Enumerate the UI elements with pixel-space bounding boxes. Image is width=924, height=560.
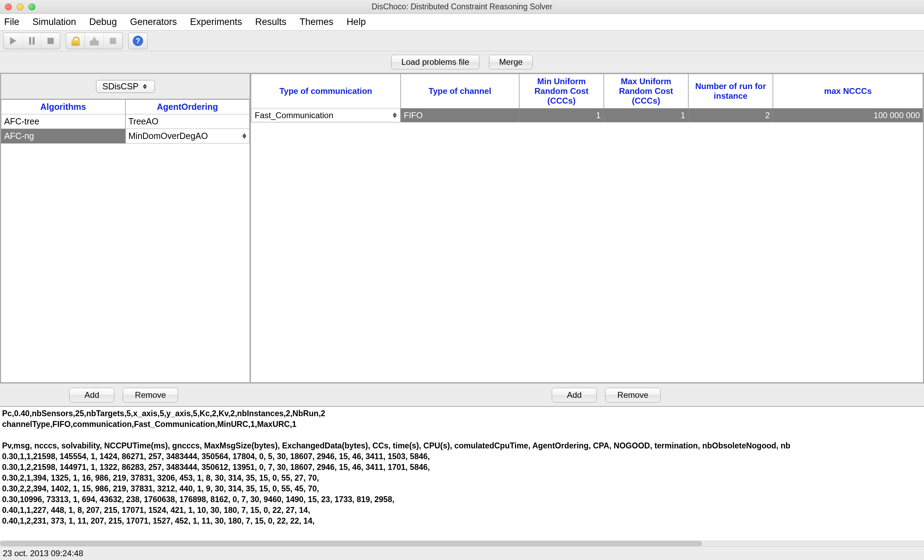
model-select-value: SDisCSP <box>103 81 139 91</box>
menu-help[interactable]: Help <box>346 16 366 27</box>
right-pane: Type of communication Type of channel Mi… <box>250 73 924 383</box>
cell-channel: FIFO <box>400 108 519 122</box>
main-split: SDisCSP Algorithms AgentOrdering AFC-tre… <box>0 73 924 383</box>
remove-right-button[interactable]: Remove <box>605 388 661 402</box>
col-header-minurc[interactable]: Min Uniform Random Cost (CCCs) <box>519 74 604 108</box>
cell-ordering-select[interactable]: MinDomOverDegAO <box>126 129 250 144</box>
model-select[interactable]: SDisCSP <box>96 80 155 93</box>
right-table-header: Type of communication Type of channel Mi… <box>251 74 923 108</box>
scrollbar-thumb[interactable] <box>0 541 702 546</box>
status-timestamp: 23 oct. 2013 09:24:48 <box>3 548 83 558</box>
stop2-button[interactable] <box>104 33 122 49</box>
cell-nrun: 2 <box>688 108 773 122</box>
log-output[interactable]: Pc,0.40,nbSensors,25,nbTargets,5,x_axis,… <box>0 406 924 541</box>
pause-icon <box>29 37 34 45</box>
col-header-algorithms[interactable]: Algorithms <box>1 99 126 114</box>
menu-generators[interactable]: Generators <box>130 16 177 27</box>
menubar: File Simulation Debug Generators Experim… <box>0 14 924 30</box>
play-button[interactable] <box>4 33 22 49</box>
model-select-row: SDisCSP <box>1 74 249 99</box>
col-header-maxncccs[interactable]: max NCCCs <box>773 74 923 108</box>
col-header-communication[interactable]: Type of communication <box>251 74 400 108</box>
ordering-select-value: MinDomOverDegAO <box>129 131 208 141</box>
cell-minurc: 1 <box>519 108 604 122</box>
cell-algorithm: AFC-ng <box>1 129 126 144</box>
window-close-button[interactable] <box>5 3 12 10</box>
table-row[interactable]: AFC-tree TreeAO <box>1 114 249 129</box>
cell-communication-select[interactable]: Fast_Communication <box>251 108 400 122</box>
col-header-channel[interactable]: Type of channel <box>400 74 519 108</box>
menu-file[interactable]: File <box>4 16 20 27</box>
mid-button-row: Add Remove Add Remove <box>0 383 924 406</box>
col-header-nrun[interactable]: Number of run for instance <box>688 74 773 108</box>
cell-algorithm: AFC-tree <box>1 114 126 129</box>
algorithms-table: Algorithms AgentOrdering AFC-tree TreeAO… <box>1 99 249 382</box>
menu-simulation[interactable]: Simulation <box>33 16 76 27</box>
remove-left-button[interactable]: Remove <box>123 388 178 402</box>
communication-value: Fast_Communication <box>255 111 333 120</box>
export-button[interactable] <box>85 33 104 49</box>
play-icon <box>10 37 16 45</box>
menu-results[interactable]: Results <box>255 16 286 27</box>
window-minimize-button[interactable] <box>16 3 24 10</box>
help-icon: ? <box>133 36 143 46</box>
table-row[interactable]: AFC-ng MinDomOverDegAO <box>1 129 249 144</box>
window-title: DisChoco: Distributed Constraint Reasoni… <box>372 2 552 12</box>
statusbar: 23 oct. 2013 09:24:48 <box>0 546 924 560</box>
col-header-agentordering[interactable]: AgentOrdering <box>126 99 250 114</box>
stop-icon <box>48 38 54 44</box>
menu-themes[interactable]: Themes <box>300 16 333 27</box>
table-row[interactable]: Fast_Communication FIFO 1 1 2 100 000 00… <box>251 108 923 122</box>
titlebar: DisChoco: Distributed Constraint Reasoni… <box>0 0 924 14</box>
help-button[interactable]: ? <box>129 33 147 49</box>
window-zoom-button[interactable] <box>28 3 35 10</box>
export-icon <box>90 36 99 45</box>
chevron-updown-icon <box>242 133 246 139</box>
lock-icon <box>71 37 80 45</box>
cell-maxncccs: 100 000 000 <box>773 108 923 122</box>
cell-ordering: TreeAO <box>126 114 250 129</box>
left-pane: SDisCSP Algorithms AgentOrdering AFC-tre… <box>0 73 250 383</box>
stop-button[interactable] <box>41 33 60 49</box>
chevron-updown-icon <box>143 84 147 89</box>
menu-experiments[interactable]: Experiments <box>190 16 242 27</box>
merge-button[interactable]: Merge <box>489 55 533 69</box>
col-header-maxurc[interactable]: Max Uniform Random Cost (CCCs) <box>604 74 688 108</box>
lock-button[interactable] <box>66 33 85 49</box>
pause-button[interactable] <box>22 33 41 49</box>
stop-icon <box>110 38 116 44</box>
cell-maxurc: 1 <box>604 108 688 122</box>
load-problems-button[interactable]: Load problems file <box>391 55 479 69</box>
toolbar: ? <box>0 30 924 51</box>
horizontal-scrollbar[interactable] <box>0 541 924 546</box>
add-left-button[interactable]: Add <box>69 388 114 402</box>
top-button-row: Load problems file Merge <box>0 51 924 73</box>
add-right-button[interactable]: Add <box>552 388 597 402</box>
chevron-updown-icon <box>393 112 397 118</box>
menu-debug[interactable]: Debug <box>89 16 117 27</box>
